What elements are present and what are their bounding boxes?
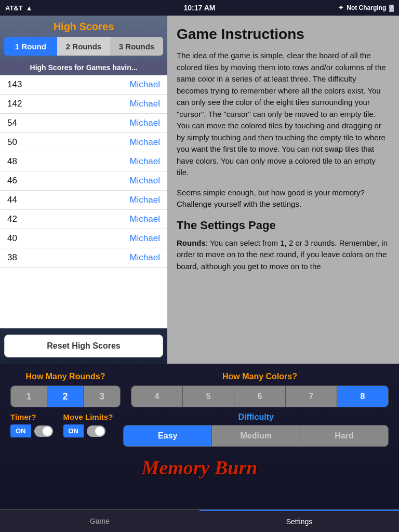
score-name: Michael	[129, 156, 160, 167]
top-section: High Scores 1 Round 2 Rounds 3 Rounds Hi…	[0, 16, 399, 364]
table-row: 38 Michael	[0, 248, 167, 268]
table-row: 40 Michael	[0, 229, 167, 248]
high-scores-panel: High Scores 1 Round 2 Rounds 3 Rounds Hi…	[0, 16, 167, 364]
instructions-rounds-desc: Rounds: You can select from 1, 2 or 3 ro…	[177, 237, 390, 273]
reset-high-scores-button[interactable]: Reset High Scores	[4, 335, 163, 357]
scores-column-header: High Scores for Games havin...	[0, 60, 167, 75]
app-title: Memory Burn	[10, 456, 389, 479]
move-limits-group: Move Limits? ON	[63, 413, 113, 437]
table-row: 54 Michael	[0, 114, 167, 133]
status-bar: AT&T ▲ 10:17 AM ✦ Not Charging ▓	[0, 0, 399, 16]
score-name: Michael	[129, 99, 160, 109]
carrier-label: AT&T	[5, 4, 23, 12]
wifi-icon: ▲	[26, 4, 33, 12]
tab-2-rounds[interactable]: 2 Rounds	[57, 37, 110, 56]
score-value: 44	[7, 195, 17, 205]
bottom-nav: Game Settings	[0, 509, 399, 532]
settings-section: How Many Rounds? 1 2 3 How Many Colors? …	[0, 364, 399, 509]
difficulty-medium[interactable]: Medium	[212, 425, 300, 446]
battery-icon: ▓	[389, 4, 394, 11]
difficulty-hard[interactable]: Hard	[300, 425, 388, 446]
tab-1-round[interactable]: 1 Round	[4, 37, 57, 56]
score-name: Michael	[129, 233, 160, 244]
nav-settings[interactable]: Settings	[200, 510, 399, 532]
round-option-1[interactable]: 1	[11, 386, 47, 407]
battery-label: Not Charging	[347, 4, 386, 11]
score-name: Michael	[129, 79, 160, 90]
move-limits-slider[interactable]	[87, 425, 105, 437]
color-option-8[interactable]: 8	[337, 386, 388, 407]
color-option-4[interactable]: 4	[131, 386, 183, 407]
color-option-7[interactable]: 7	[286, 386, 337, 407]
colors-group: How Many Colors? 4 5 6 7 8	[131, 372, 389, 407]
rounds-desc-text: : You can select from 1, 2 or 3 rounds. …	[177, 238, 388, 271]
instructions-memory-challenge: Seems simple enough, but how good is you…	[177, 187, 390, 210]
scores-list: 143 Michael 142 Michael 54 Michael 50 Mi…	[0, 75, 167, 328]
table-row: 44 Michael	[0, 191, 167, 210]
score-value: 42	[7, 214, 17, 224]
rounds-group: How Many Rounds? 1 2 3	[10, 372, 121, 407]
table-row: 48 Michael	[0, 152, 167, 171]
rounds-tabs: 1 Round 2 Rounds 3 Rounds	[0, 37, 167, 60]
difficulty-easy[interactable]: Easy	[124, 425, 212, 446]
score-value: 48	[7, 156, 17, 167]
score-name: Michael	[129, 252, 160, 263]
score-value: 38	[7, 252, 17, 263]
score-value: 143	[7, 79, 22, 90]
nav-game[interactable]: Game	[0, 510, 200, 532]
table-row: 42 Michael	[0, 210, 167, 229]
timer-switch-row: ON	[10, 424, 53, 437]
difficulty-label: Difficulty	[123, 413, 389, 422]
score-value: 50	[7, 137, 17, 148]
color-option-6[interactable]: 6	[234, 386, 286, 407]
difficulty-selector: Easy Medium Hard	[123, 425, 389, 447]
rounds-label: How Many Rounds?	[10, 372, 121, 381]
rounds-selector: 1 2 3	[10, 385, 121, 407]
round-option-2[interactable]: 2	[47, 386, 84, 407]
table-row: 143 Michael	[0, 75, 167, 95]
difficulty-group: Difficulty Easy Medium Hard	[123, 413, 389, 447]
score-name: Michael	[129, 118, 160, 128]
tab-3-rounds[interactable]: 3 Rounds	[110, 37, 163, 56]
score-value: 46	[7, 176, 17, 186]
bluetooth-icon: ✦	[338, 4, 343, 11]
score-name: Michael	[129, 137, 160, 148]
colors-selector: 4 5 6 7 8	[131, 385, 389, 407]
move-limits-on-button[interactable]: ON	[63, 424, 84, 437]
instructions-panel: Game Instructions The idea of the game i…	[167, 16, 399, 364]
score-value: 142	[7, 99, 22, 109]
score-name: Michael	[129, 176, 160, 186]
settings-row-2: Timer? ON Move Limits? ON Difficulty Eas…	[10, 413, 389, 447]
timer-label: Timer?	[10, 413, 36, 421]
reset-btn-area: Reset High Scores	[0, 328, 167, 364]
score-name: Michael	[129, 214, 160, 224]
instructions-body: The idea of the game is simple, clear th…	[177, 50, 390, 179]
score-value: 54	[7, 118, 17, 128]
move-limits-switch-row: ON	[63, 424, 106, 437]
instructions-title: Game Instructions	[177, 26, 390, 43]
table-row: 50 Michael	[0, 133, 167, 152]
score-value: 40	[7, 233, 17, 244]
timer-group: Timer? ON	[10, 413, 53, 437]
app-title-area: Memory Burn	[10, 452, 389, 483]
high-scores-title: High Scores	[0, 16, 167, 37]
settings-page-subtitle: The Settings Page	[177, 219, 390, 232]
round-option-3[interactable]: 3	[84, 386, 120, 407]
timer-slider[interactable]	[34, 425, 53, 437]
status-time: 10:17 AM	[184, 4, 216, 12]
score-name: Michael	[129, 195, 160, 205]
colors-label: How Many Colors?	[131, 372, 389, 381]
move-limits-label: Move Limits?	[63, 413, 113, 421]
status-right: ✦ Not Charging ▓	[338, 4, 394, 11]
settings-row-1: How Many Rounds? 1 2 3 How Many Colors? …	[10, 372, 389, 407]
status-left: AT&T ▲	[5, 4, 33, 12]
color-option-5[interactable]: 5	[183, 386, 234, 407]
table-row: 46 Michael	[0, 171, 167, 191]
table-row: 142 Michael	[0, 95, 167, 114]
main-content: High Scores 1 Round 2 Rounds 3 Rounds Hi…	[0, 16, 399, 532]
timer-on-button[interactable]: ON	[10, 424, 31, 437]
